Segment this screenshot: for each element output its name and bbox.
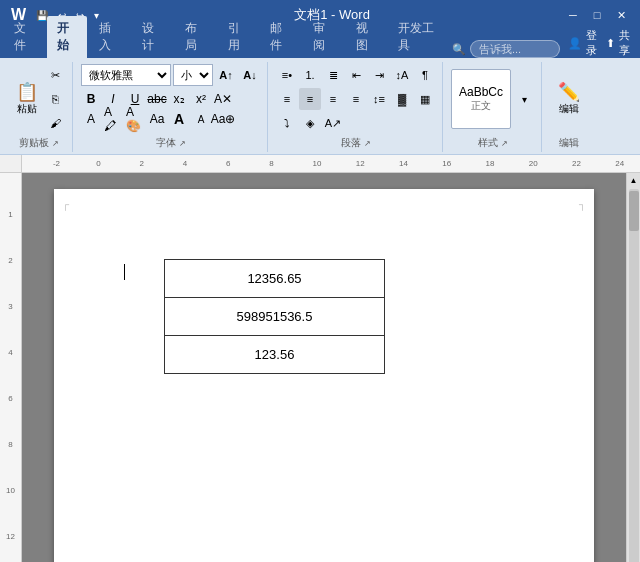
paste-btn[interactable]: 📋 粘贴 (12, 81, 42, 118)
format-painter-btn[interactable]: 🖌 (44, 112, 66, 134)
scroll-up-btn[interactable]: ▲ (628, 173, 640, 187)
login-area[interactable]: 👤 登录 (568, 28, 603, 58)
ruler-corner (0, 155, 22, 173)
clear-format-btn[interactable]: A✕ (213, 90, 233, 108)
search-input[interactable] (470, 40, 560, 58)
font-name-row: 微软雅黑 小四 A↑ A↓ (81, 64, 261, 86)
increase-indent-btn[interactable]: ⇥ (368, 64, 390, 86)
numbering-btn[interactable]: 1. (299, 64, 321, 86)
para-row-2: ≡ ≡ ≡ ≡ ↕≡ ▓ ▦ (276, 88, 436, 110)
ruler-v-mark-6: 10 (6, 486, 15, 495)
bullets-btn[interactable]: ≡• (276, 64, 298, 86)
tab-insert[interactable]: 插入 (89, 16, 130, 58)
border-btn[interactable]: ▦ (414, 88, 436, 110)
ruler-h-content: -2 0 2 4 6 8 10 12 14 16 18 20 22 24 (22, 155, 640, 172)
group-styles: AaBbCc 正文 ▾ 样式 ↗ (445, 62, 542, 152)
ruler-v-mark-0: 1 (8, 210, 12, 219)
editing-content: ✏️ 编辑 (554, 64, 584, 134)
ruler-mark-13: 24 (615, 159, 624, 168)
show-marks-btn[interactable]: ¶ (414, 64, 436, 86)
tab-review[interactable]: 审阅 (303, 16, 344, 58)
ruler-mark-0: -2 (53, 159, 60, 168)
font-color-row: A A🖍 A🎨 Aa A A Aa⊕ (81, 110, 261, 128)
ruler-mark-1: 0 (96, 159, 100, 168)
ribbon: 文件 开始 插入 设计 布局 引用 邮件 审阅 视图 开发工具 🔍 👤 登录 ⬆… (0, 30, 640, 155)
para-extra-3[interactable]: A↗ (322, 112, 344, 134)
small-font-btn[interactable]: A (191, 110, 211, 128)
cell-row1[interactable]: 598951536.5 (165, 298, 385, 336)
scrollbar-v-thumb[interactable] (629, 191, 639, 231)
styles-expand-btn[interactable]: ▾ (513, 88, 535, 110)
justify-btn[interactable]: ≡ (345, 88, 367, 110)
para-extra-2[interactable]: ◈ (299, 112, 321, 134)
scrollbar-v-track[interactable] (629, 189, 639, 562)
cell-row0[interactable]: 12356.65 (165, 260, 385, 298)
style-normal-label: AaBbCc (459, 85, 503, 99)
search-icon: 🔍 (452, 43, 466, 56)
share-area[interactable]: ⬆ 共享 (606, 28, 636, 58)
ribbon-tabs: 文件 开始 插入 设计 布局 引用 邮件 审阅 视图 开发工具 🔍 👤 登录 ⬆… (0, 30, 640, 58)
bold-btn[interactable]: B (81, 90, 101, 108)
ruler-v-mark-7: 12 (6, 532, 15, 541)
align-left-btn[interactable]: ≡ (276, 88, 298, 110)
cell-row2[interactable]: 123.56 (165, 336, 385, 374)
minimize-btn[interactable]: ─ (562, 4, 584, 26)
decrease-indent-btn[interactable]: ⇤ (345, 64, 367, 86)
char-spacing-btn[interactable]: Aa (147, 110, 167, 128)
ruler-v-mark-1: 2 (8, 256, 12, 265)
tab-file[interactable]: 文件 (4, 16, 45, 58)
login-icon: 👤 (568, 37, 582, 50)
doc-wrapper: 1 2 3 4 6 8 10 12 14 ┌ ┐ (0, 173, 640, 562)
highlight-btn[interactable]: A🖍 (103, 110, 123, 128)
restore-btn[interactable]: □ (586, 4, 608, 26)
tab-home[interactable]: 开始 (47, 16, 88, 58)
multilevel-btn[interactable]: ≣ (322, 64, 344, 86)
ruler-v-mark-4: 6 (8, 394, 12, 403)
cut-btn[interactable]: ✂ (44, 64, 66, 86)
ruler-mark-4: 6 (226, 159, 230, 168)
change-case-btn[interactable]: Aa⊕ (213, 110, 233, 128)
close-btn[interactable]: ✕ (610, 4, 632, 26)
editing-btn[interactable]: ✏️ 编辑 (554, 81, 584, 118)
font-size-select[interactable]: 小四 (173, 64, 213, 86)
vertical-scrollbar[interactable]: ▲ ▼ (626, 173, 640, 562)
tab-design[interactable]: 设计 (132, 16, 173, 58)
ruler-mark-9: 16 (442, 159, 451, 168)
shading-btn[interactable]: ▓ (391, 88, 413, 110)
tab-developer[interactable]: 开发工具 (388, 16, 449, 58)
align-right-btn[interactable]: ≡ (322, 88, 344, 110)
font-label: 字体 ↗ (81, 136, 261, 150)
font-color-btn[interactable]: A (81, 110, 101, 128)
big-font-btn[interactable]: A (169, 110, 189, 128)
font-shade-btn[interactable]: A🎨 (125, 110, 145, 128)
strikethrough-btn[interactable]: abc (147, 90, 167, 108)
table-row: 598951536.5 (165, 298, 385, 336)
tab-mail[interactable]: 邮件 (260, 16, 301, 58)
font-name-select[interactable]: 微软雅黑 (81, 64, 171, 86)
align-center-btn[interactable]: ≡ (299, 88, 321, 110)
grow-font-btn[interactable]: A↑ (215, 64, 237, 86)
title-bar-controls: ─ □ ✕ (562, 4, 632, 26)
share-label[interactable]: 共享 (619, 28, 636, 58)
style-normal-btn[interactable]: AaBbCc 正文 (451, 69, 511, 129)
ruler-mark-10: 18 (486, 159, 495, 168)
tab-references[interactable]: 引用 (218, 16, 259, 58)
subscript-btn[interactable]: x₂ (169, 90, 189, 108)
superscript-btn[interactable]: x² (191, 90, 211, 108)
tab-layout[interactable]: 布局 (175, 16, 216, 58)
ruler-area: -2 0 2 4 6 8 10 12 14 16 18 20 22 24 (0, 155, 640, 173)
style-normal-name: 正文 (471, 99, 491, 113)
shrink-font-btn[interactable]: A↓ (239, 64, 261, 86)
ruler-mark-12: 22 (572, 159, 581, 168)
sort-btn[interactable]: ↕A (391, 64, 413, 86)
tab-view[interactable]: 视图 (346, 16, 387, 58)
group-font: 微软雅黑 小四 A↑ A↓ B I U abc x₂ x² A✕ (75, 62, 268, 152)
line-spacing-btn[interactable]: ↕≡ (368, 88, 390, 110)
ruler-v-mark-3: 4 (8, 348, 12, 357)
data-table: 12356.65 598951536.5 123.56 (164, 259, 385, 374)
para-extra-1[interactable]: ⤵ (276, 112, 298, 134)
login-label[interactable]: 登录 (586, 28, 603, 58)
copy-btn[interactable]: ⎘ (44, 88, 66, 110)
group-clipboard: 📋 粘贴 ✂ ⎘ 🖌 剪贴板 ↗ (6, 62, 73, 152)
editing-group-label: 编辑 (550, 136, 588, 150)
